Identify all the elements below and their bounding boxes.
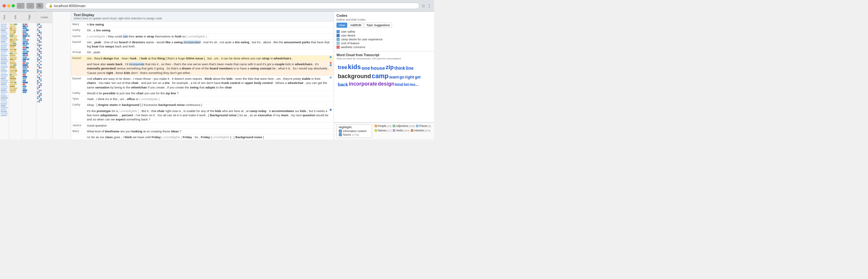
side-indicator-daniel-4 (330, 76, 332, 79)
meta-cat-places-label: Places (419, 124, 428, 128)
tags-vis-pixels (22, 23, 36, 140)
url-text: localhost:8000/main (54, 4, 86, 8)
tags-vis-header: Tags (22, 11, 36, 23)
meta-cat-adjectives-dot (393, 125, 395, 127)
meta-cat-people-label: People (378, 124, 386, 128)
meta-cat-people: People [16] (375, 124, 392, 128)
utterance-row-cathy-2[interactable]: Cathy Would it be possible to just see t… (71, 90, 334, 96)
tags-vis-label: Tags (28, 15, 31, 20)
utterance-text-cathy-1: Oh , a tire swing (87, 28, 330, 32)
utterance-row-daniel-4[interactable]: Daniel And chairs are easy to tie down .… (71, 76, 334, 90)
wordcloud-title: Word Cloud from Transcript (337, 53, 431, 57)
codes-title: Codes (337, 13, 431, 18)
utterance-text-cathy-3: Okay . [ Engine starts in background ] [… (87, 103, 330, 107)
utterance-text-janice-1: Good question (87, 123, 330, 128)
codes-vis-column: Codes (36, 11, 53, 140)
text-vis-header: Text (0, 11, 9, 23)
speaker-cathy-2: Cathy (72, 91, 87, 95)
forward-button[interactable]: → (27, 3, 34, 9)
utterance-text-daniel-1: Um , yeah . One of our board of director… (87, 40, 330, 49)
address-bar[interactable]: 🔒 localhost:8000/main (45, 3, 420, 9)
speaker-group-1: Group (72, 50, 87, 54)
speaker-mary-2: Mary (72, 129, 87, 133)
utterance-row-daniel-1[interactable]: Daniel Um , yeah . One of our board of d… (71, 39, 334, 50)
maximize-button[interactable] (11, 4, 15, 7)
utterance-row-janice-1[interactable]: Janice Good question (71, 123, 334, 128)
wc-word-one[interactable]: one (361, 65, 370, 71)
utterance-row-mary-1[interactable]: Mary A tire swing (71, 22, 334, 27)
wc-word-go[interactable]: go (399, 75, 404, 80)
meta-cat-people-count: [16] (387, 125, 391, 128)
codes-tab-suggestions[interactable]: Topic Suggestions (364, 23, 392, 28)
text-panel-title: Text Display (73, 13, 331, 17)
utterance-row-daniel-2[interactable]: Daniel Um , they'd design that . Now I l… (71, 56, 334, 61)
code-item-aesthetic: aesthetic concerns (337, 45, 431, 49)
utterance-row-cathy-3[interactable]: Cathy Okay . [ Engine starts in backgrou… (71, 102, 334, 108)
meta-cat-verbs: Verbs [964] (393, 129, 409, 132)
menu-icon[interactable]: ⋮ (427, 3, 431, 8)
tags-vis-body (22, 23, 36, 140)
check-nouns-icon[interactable]: ✓ (339, 133, 342, 136)
text-vis-body (0, 23, 9, 140)
wc-word-back[interactable]: back (338, 82, 348, 88)
check-information-icon[interactable]: ✓ (339, 129, 342, 133)
wc-word-lot[interactable]: lot (404, 82, 409, 88)
wc-word-house[interactable]: house (371, 65, 385, 71)
meta-cat-adjectives: Adjectives [360] (393, 124, 415, 128)
meta-cat-places-count: [9] (428, 125, 431, 128)
utterance-row-tyler-1[interactable]: Tyler Yeah , I think it's in the , um , … (71, 96, 334, 102)
code-swatch-camp-desire (337, 38, 340, 41)
utterance-row-carrie-1[interactable]: Carrie [ unintelligible ] they could use… (71, 34, 334, 39)
code-label-camp-desire: camp desire for user experience (341, 38, 383, 41)
code-label-aesthetic: aesthetic concerns (341, 45, 365, 49)
utterance-row-friday-1[interactable]: As far as our class goes , I think we ha… (71, 134, 334, 140)
wc-word-right[interactable]: right (405, 74, 414, 80)
utterance-row-group-1[interactable]: Group Oh , yeah (71, 50, 334, 55)
wc-word-design[interactable]: design (378, 81, 395, 88)
codes-tab-addedit[interactable]: Add/Edit (348, 23, 363, 28)
utterance-row-mary-2[interactable]: Mary What kind of timeframe are you look… (71, 128, 334, 134)
utterance-row-daniel-3[interactable]: and have also seats back . I'd incorpora… (71, 61, 334, 76)
utterance-row-cont-1[interactable]: It's the prototype for a [ unintelligibl… (71, 108, 334, 123)
speaker-daniel-3 (72, 62, 87, 62)
wc-word-background[interactable]: background (338, 73, 371, 80)
speaker-mary-1: Mary (72, 22, 87, 26)
wordcloud-section: Word Cloud from Transcript Click on word… (334, 51, 434, 122)
code-item-cost-feature: cost of feature (337, 41, 431, 45)
reload-button[interactable]: ↻ (36, 3, 43, 9)
wc-word-kids[interactable]: kids (348, 63, 361, 71)
minimize-button[interactable] (7, 4, 10, 7)
wc-word-camp[interactable]: camp (372, 72, 389, 80)
metadata-highlight-box: Highlight: ✓ Information content ✓ Nouns… (337, 124, 372, 138)
utterance-text-daniel-2: Um , they'd design that . Now I look , I… (87, 56, 330, 60)
wordcloud-content: tree kids one house zip think line backg… (337, 61, 431, 89)
metadata-categories: People [16] Adjectives [360] Places [9] (375, 124, 431, 132)
wc-word-think[interactable]: think (394, 65, 405, 71)
left-visualizations-panel: Text (0, 11, 71, 140)
utterance-text-daniel-3: and have also seats back . I'd incorpora… (87, 62, 330, 75)
meta-cat-names-label: Names (378, 129, 386, 132)
text-panel-subtitle: Select lines to update word cloud; right… (73, 17, 331, 20)
job-vis-label: Job (14, 16, 17, 20)
utterance-row-cathy-1[interactable]: Cathy Oh , a tire swing (71, 27, 334, 33)
wc-word-more[interactable]: mo... (409, 82, 418, 88)
text-vis-column: Text (0, 11, 9, 140)
codes-tab-view[interactable]: View (337, 23, 347, 28)
wc-word-get[interactable]: get (414, 75, 421, 80)
text-content-area[interactable]: Mary A tire swing Cathy Oh , a tire swin… (71, 22, 334, 140)
meta-cat-verbs-label: Verbs (396, 129, 403, 132)
wc-word-kind[interactable]: kind (395, 82, 403, 88)
back-button[interactable]: ← (17, 3, 25, 9)
text-vis-pixels (0, 23, 9, 140)
utterance-text-friday-1: As far as our class goes , I think we ha… (87, 135, 330, 139)
wc-word-want[interactable]: want (389, 74, 399, 80)
metadata-check-information: ✓ Information content (339, 129, 370, 133)
utterance-text-mary-1: A tire swing (87, 22, 330, 27)
wc-word-incorporate[interactable]: incorporate (349, 81, 377, 88)
wc-word-line[interactable]: line (406, 65, 414, 71)
star-icon[interactable]: ☆ (422, 3, 426, 8)
close-button[interactable] (3, 4, 6, 7)
wc-word-zip[interactable]: zip (385, 64, 394, 71)
wc-word-tree[interactable]: tree (338, 64, 347, 71)
codes-tabs: View Add/Edit Topic Suggestions (337, 23, 431, 28)
